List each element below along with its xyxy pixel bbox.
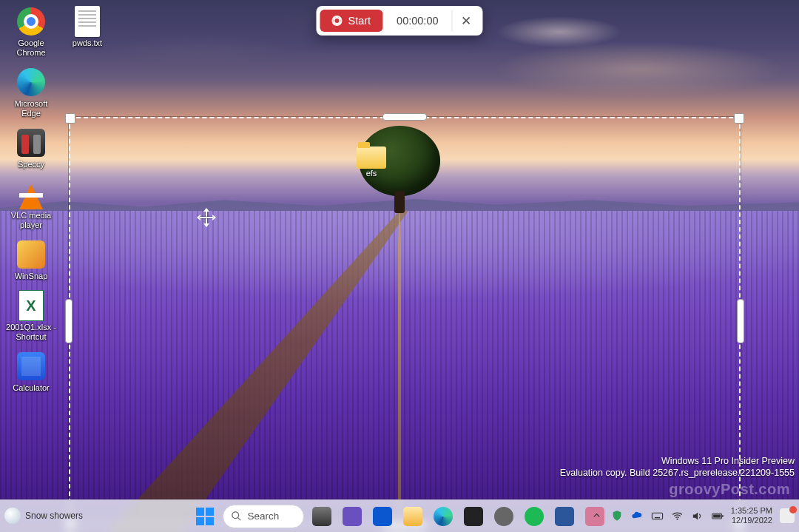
word-icon	[555, 507, 574, 526]
desktop-icon-winsnap[interactable]: WinSnap	[4, 238, 58, 283]
start-button[interactable]	[192, 504, 218, 529]
chrome-icon	[17, 7, 45, 36]
desktop-icon-label: Calculator	[13, 383, 50, 393]
site-watermark: groovyPost.com	[669, 481, 790, 498]
file-explorer-button[interactable]	[400, 504, 425, 529]
windows-security-tray-icon[interactable]	[611, 510, 624, 522]
battery-tray-icon[interactable]	[711, 510, 724, 522]
task-view-button[interactable]	[309, 504, 334, 529]
desktop-icon-vlc[interactable]: VLC media player	[4, 177, 58, 232]
gear-icon	[494, 507, 513, 526]
desktop-icon-calculator[interactable]: Calculator	[4, 349, 58, 394]
windows-build-watermark: Windows 11 Pro Insider Preview Evaluatio…	[560, 455, 795, 479]
svg-point-0	[232, 512, 238, 519]
clock-time: 1:35:25 PM	[731, 506, 772, 516]
desktop-icon-label: WinSnap	[15, 272, 48, 281]
text-file-icon	[75, 6, 100, 37]
search-icon	[231, 511, 242, 522]
system-tray: 1:35:25 PM 12/19/2022	[591, 499, 795, 532]
desktop-icon-label: 2001Q1.xlsx - Shortcut	[6, 323, 56, 342]
resize-handle-top[interactable]	[382, 113, 427, 121]
taskbar-weather-widget[interactable]: Snow showers	[4, 499, 83, 532]
svg-rect-3	[655, 516, 660, 517]
screen-recorder-bar: Start 00:00:00 ✕	[316, 6, 482, 36]
weather-text: Snow showers	[25, 511, 83, 521]
move-cursor-icon	[200, 211, 213, 224]
edge-icon	[434, 507, 453, 526]
svg-point-4	[676, 518, 678, 519]
record-elapsed-time: 00:00:00	[382, 10, 452, 32]
onedrive-tray-icon[interactable]	[631, 510, 644, 522]
volume-tray-icon[interactable]	[691, 510, 704, 522]
clock-date: 12/19/2022	[731, 516, 772, 525]
desktop-icon-label: pwds.txt	[73, 38, 102, 48]
watermark-line-2: Evaluation copy. Build 25267.rs_prerelea…	[560, 467, 795, 479]
desktop-icon-label: Speccy	[18, 160, 44, 169]
desktop-icon-excel-shortcut[interactable]: 2001Q1.xlsx - Shortcut	[4, 289, 58, 343]
search-placeholder: Search	[248, 511, 280, 522]
taskbar-center: Search	[192, 504, 607, 529]
store-icon	[373, 507, 392, 526]
desktop-icon-label: Microsoft Edge	[6, 99, 56, 118]
resize-handle-top-left[interactable]	[65, 113, 75, 124]
wifi-tray-icon[interactable]	[671, 510, 684, 522]
taskbar-clock[interactable]: 1:35:25 PM 12/19/2022	[731, 506, 772, 525]
svg-line-1	[237, 517, 240, 520]
edge-icon	[17, 68, 45, 96]
svg-rect-7	[713, 514, 721, 517]
weather-icon	[4, 508, 21, 524]
microsoft-store-button[interactable]	[370, 504, 395, 529]
svg-rect-6	[722, 515, 723, 517]
task-view-icon	[312, 507, 331, 526]
desktop-icon-label: VLC media player	[6, 211, 56, 230]
calculator-icon	[17, 352, 45, 380]
record-icon	[331, 16, 342, 26]
windows-logo-icon	[196, 508, 214, 525]
resize-handle-right[interactable]	[737, 299, 744, 343]
touch-keyboard-tray-icon[interactable]	[651, 510, 664, 522]
resize-handle-top-right[interactable]	[734, 113, 744, 124]
word-button[interactable]	[552, 504, 577, 529]
terminal-icon	[464, 507, 483, 526]
excel-file-icon	[18, 290, 44, 321]
svg-rect-2	[652, 513, 662, 519]
notifications-button[interactable]	[780, 508, 795, 523]
desktop-icon-label: Google Chrome	[6, 38, 56, 58]
desktop-icon-microsoft-edge[interactable]: Microsoft Edge	[4, 65, 58, 120]
desktop-icon-speccy[interactable]: Speccy	[4, 126, 58, 171]
taskbar-search[interactable]: Search	[223, 505, 304, 528]
watermark-line-1: Windows 11 Pro Insider Preview	[560, 455, 795, 467]
vlc-cone-icon	[19, 184, 43, 209]
record-start-button[interactable]: Start	[320, 10, 382, 32]
desktop-icon-pwds-txt[interactable]: pwds.txt	[61, 4, 114, 50]
spotify-button[interactable]	[522, 504, 547, 529]
winsnap-icon	[17, 240, 45, 269]
chat-icon	[343, 507, 362, 526]
speccy-icon	[17, 129, 45, 157]
folder-icon	[403, 507, 422, 526]
record-close-button[interactable]: ✕	[453, 10, 479, 32]
spotify-icon	[525, 507, 544, 526]
resize-handle-left[interactable]	[65, 299, 73, 343]
desktop-icons-column-1: Google Chrome Microsoft Edge Speccy VLC …	[4, 4, 58, 394]
taskbar: Snow showers Search	[0, 499, 799, 532]
chat-button[interactable]	[340, 504, 365, 529]
tray-overflow-button[interactable]	[591, 510, 604, 522]
terminal-button[interactable]	[461, 504, 486, 529]
desktop-icons-column-2: pwds.txt	[61, 4, 114, 50]
settings-button[interactable]	[491, 504, 516, 529]
desktop-icon-google-chrome[interactable]: Google Chrome	[4, 4, 58, 59]
taskbar-edge-button[interactable]	[431, 504, 456, 529]
record-start-label: Start	[348, 15, 371, 27]
